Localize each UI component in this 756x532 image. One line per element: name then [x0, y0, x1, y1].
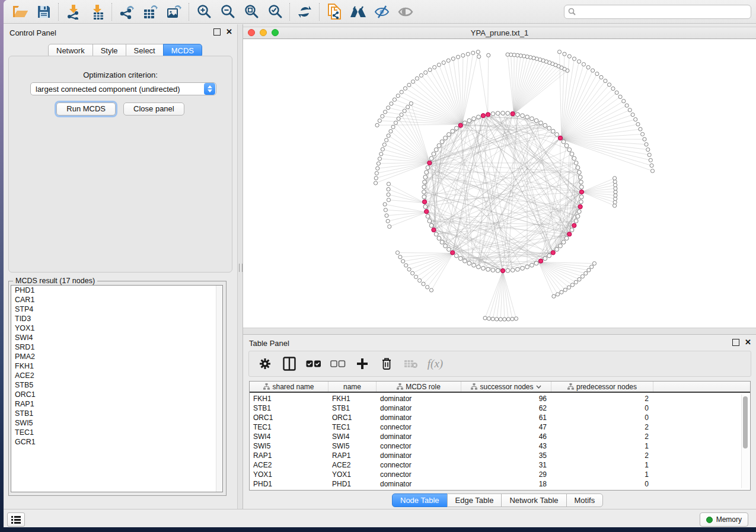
close-panel-icon[interactable]: ✕: [745, 339, 751, 345]
export-image-icon[interactable]: [162, 2, 186, 22]
zoom-fit-icon[interactable]: [240, 2, 263, 22]
mcds-result-item[interactable]: YOX1: [11, 323, 222, 333]
delete-column-icon[interactable]: [379, 356, 394, 371]
table-cell: connector: [377, 460, 461, 470]
export-table-icon[interactable]: [139, 2, 162, 22]
table-row[interactable]: YOX1YOX1connector291: [250, 470, 750, 479]
mcds-result-item[interactable]: STB5: [11, 380, 222, 390]
mcds-result-item[interactable]: ACE2: [11, 371, 222, 380]
split-panel-icon[interactable]: [282, 356, 297, 371]
table-cell: connector: [377, 422, 461, 432]
table-cell: 96: [461, 394, 551, 403]
table-cell: 1: [551, 460, 653, 470]
first-neighbors-icon[interactable]: [346, 2, 370, 22]
mcds-result-item[interactable]: PMA2: [11, 352, 222, 361]
add-column-icon[interactable]: [355, 356, 370, 371]
table-row[interactable]: STB1STB1dominator620: [250, 403, 750, 413]
table-settings-icon[interactable]: [257, 356, 273, 371]
zoom-out-icon[interactable]: [216, 2, 240, 22]
table-row[interactable]: SWI4SWI4dominator462: [250, 432, 750, 441]
table-panel: Table Panel ✕: [243, 335, 756, 509]
mcds-result-item[interactable]: FKH1: [11, 361, 222, 371]
toolbar-separator: [189, 3, 190, 21]
deselect-all-icon[interactable]: [330, 356, 346, 371]
table-cell: 35: [461, 451, 551, 460]
select-all-icon[interactable]: [306, 356, 321, 371]
table-scrollbar[interactable]: [741, 395, 749, 488]
table-cell: RAP1: [250, 451, 328, 460]
mcds-result-list[interactable]: PHD1CAR1STP4TID3YOX1SWI4SRD1PMA2FKH1ACE2…: [11, 285, 223, 492]
table-cell: SWI4: [328, 432, 377, 441]
tab-edge-table[interactable]: Edge Table: [447, 493, 502, 507]
mcds-tab-content: Optimization criterion: largest connecte…: [8, 56, 232, 273]
table-row[interactable]: FKH1FKH1dominator962: [250, 394, 750, 403]
import-network-icon[interactable]: [62, 2, 85, 22]
table-cell: 31: [461, 460, 551, 470]
close-panel-icon[interactable]: ✕: [226, 29, 232, 35]
float-panel-icon[interactable]: [213, 28, 221, 36]
table-cell: 29: [461, 470, 551, 479]
refresh-layout-icon[interactable]: [293, 2, 317, 22]
mcds-result-group: MCDS result (17 nodes) PHD1CAR1STP4TID3Y…: [8, 277, 227, 496]
mcds-result-item[interactable]: STP4: [11, 305, 222, 314]
table-cell: ACE2: [250, 460, 328, 470]
close-panel-button[interactable]: Close panel: [123, 102, 184, 116]
export-network-icon[interactable]: [115, 2, 139, 22]
table-row[interactable]: ORC1ORC1dominator610: [250, 413, 750, 422]
node-table[interactable]: shared namenameMCDS rolesuccessor nodesp…: [249, 381, 751, 491]
table-cell: TEC1: [250, 422, 328, 432]
zoom-in-icon[interactable]: [192, 2, 216, 22]
zoom-selected-icon[interactable]: [263, 2, 287, 22]
mcds-result-item[interactable]: SWI5: [11, 418, 222, 428]
status-bar: Memory: [4, 509, 756, 527]
horizontal-splitter[interactable]: [243, 328, 756, 335]
network-canvas[interactable]: [243, 39, 756, 328]
float-panel-icon[interactable]: [732, 339, 739, 346]
table-row[interactable]: RAP1RAP1dominator352: [250, 451, 750, 460]
toolbar-separator: [111, 3, 113, 21]
column-header-shared-name[interactable]: shared name: [250, 382, 328, 392]
mcds-result-item[interactable]: ORC1: [11, 390, 222, 399]
column-header-predecessor-nodes[interactable]: predecessor nodes: [551, 382, 653, 392]
task-history-button[interactable]: [7, 512, 25, 527]
mcds-result-item[interactable]: SRD1: [11, 342, 222, 352]
network-window-titlebar[interactable]: YPA_prune.txt_1: [243, 27, 756, 39]
open-file-icon[interactable]: [8, 2, 32, 22]
import-table-icon[interactable]: [85, 2, 109, 22]
table-cell: ACE2: [328, 460, 377, 470]
tab-network-table[interactable]: Network Table: [501, 493, 566, 507]
mcds-result-item[interactable]: TEC1: [11, 428, 222, 437]
tab-node-table[interactable]: Node Table: [392, 493, 448, 507]
column-header-name[interactable]: name: [328, 382, 377, 392]
scrollbar-thumb[interactable]: [743, 396, 748, 448]
memory-button[interactable]: Memory: [700, 512, 748, 527]
mcds-result-item[interactable]: PHD1: [11, 286, 222, 295]
tab-motifs[interactable]: Motifs: [566, 493, 604, 507]
hide-selected-icon[interactable]: [370, 2, 394, 22]
run-mcds-button[interactable]: Run MCDS: [56, 102, 116, 116]
vertical-splitter[interactable]: [237, 24, 243, 509]
list-scrollbar[interactable]: [216, 286, 222, 492]
mcds-result-item[interactable]: STB1: [11, 409, 222, 418]
mcds-result-item[interactable]: SWI4: [11, 333, 222, 342]
table-row[interactable]: ACE2ACE2connector311: [250, 460, 750, 470]
save-session-icon[interactable]: [32, 2, 56, 22]
mcds-result-item[interactable]: GCR1: [11, 437, 222, 447]
show-all-icon[interactable]: [394, 2, 417, 22]
table-cell: 47: [461, 422, 551, 432]
column-header-MCDS-role[interactable]: MCDS role: [377, 382, 461, 392]
mcds-result-item[interactable]: RAP1: [11, 399, 222, 409]
network-graph[interactable]: [243, 39, 756, 328]
clone-network-icon[interactable]: [323, 2, 346, 22]
table-row[interactable]: TEC1TEC1connector472: [250, 422, 750, 432]
column-header-successor-nodes[interactable]: successor nodes: [461, 382, 551, 392]
mcds-result-item[interactable]: CAR1: [11, 295, 222, 305]
table-cell: connector: [377, 470, 461, 479]
search-input[interactable]: [578, 7, 747, 17]
table-row[interactable]: SWI5SWI5connector431: [250, 441, 750, 451]
mcds-result-item[interactable]: TID3: [11, 314, 222, 323]
search-field[interactable]: [564, 5, 751, 19]
table-row[interactable]: PHD1PHD1dominator180: [250, 479, 750, 489]
table-cell: STB1: [250, 403, 328, 413]
optimization-criterion-select[interactable]: largest connected component (undirected): [30, 82, 216, 95]
